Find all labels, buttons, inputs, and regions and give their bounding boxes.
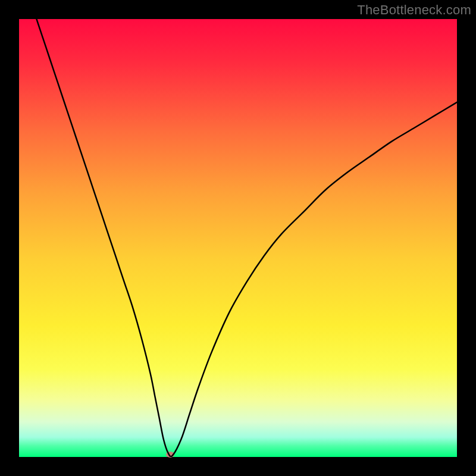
curve-path bbox=[36, 19, 457, 456]
chart-curve bbox=[19, 19, 457, 457]
watermark-text: TheBottleneck.com bbox=[357, 2, 471, 18]
plot-area bbox=[19, 19, 457, 457]
